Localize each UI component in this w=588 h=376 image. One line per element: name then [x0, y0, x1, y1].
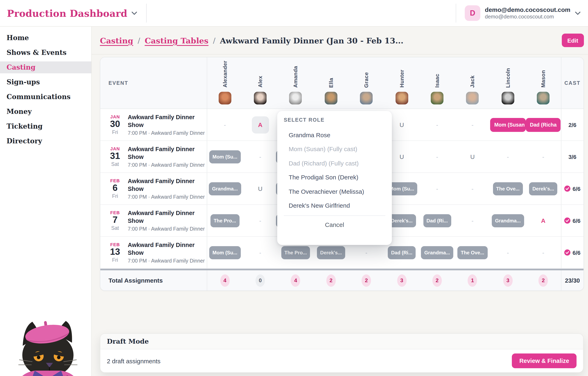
- assignment-cell[interactable]: -: [455, 109, 490, 140]
- assignment-cell[interactable]: Grandma...: [207, 173, 243, 204]
- performer-column-header[interactable]: Jack: [455, 57, 490, 108]
- assignment-cell[interactable]: Mom (Su...: [207, 237, 243, 268]
- event-month: JAN: [108, 115, 122, 119]
- assignment-cell[interactable]: -: [420, 141, 455, 172]
- cancel-button[interactable]: Cancel: [284, 216, 385, 233]
- performer-column-header[interactable]: Lincoln: [490, 57, 525, 108]
- event-month: JAN: [108, 146, 122, 151]
- assignment-cell[interactable]: -: [525, 141, 561, 172]
- performer-column-header[interactable]: Isaac: [420, 57, 455, 108]
- assignment-cell[interactable]: -: [420, 173, 455, 204]
- performer-column-header[interactable]: Hunter: [384, 57, 420, 108]
- event-day: 13: [108, 247, 122, 257]
- role-chip[interactable]: Derek's...: [529, 182, 557, 195]
- breadcrumb-link-casting[interactable]: Casting: [100, 36, 133, 45]
- edit-button[interactable]: Edit: [562, 33, 584, 47]
- performer-column-header[interactable]: Grace: [349, 57, 384, 108]
- assignment-cell[interactable]: Dad (Richa: [525, 109, 561, 140]
- event-title: Awkward Family Dinner Show: [128, 145, 195, 161]
- chevron-down-icon[interactable]: [131, 11, 137, 15]
- assignment-cell[interactable]: -: [455, 205, 490, 236]
- role-chip[interactable]: Mom (Su...: [209, 246, 241, 259]
- event-day: 6: [108, 183, 122, 193]
- total-badge: 3: [397, 274, 406, 287]
- event-title: Awkward Family Dinner Show: [128, 209, 195, 225]
- performer-column-header[interactable]: Alexander: [207, 57, 243, 108]
- unassigned-dash: -: [507, 153, 509, 160]
- sidebar-item-communications[interactable]: Communications: [0, 91, 91, 103]
- role-chip[interactable]: The Pro...: [210, 214, 239, 227]
- role-chip[interactable]: Derek's...: [388, 214, 416, 227]
- unassigned-dash: -: [472, 185, 473, 192]
- user-menu[interactable]: D demo@demo.cocoscout.com demo@demo.coco…: [456, 4, 588, 22]
- role-option[interactable]: Grandma Rose: [284, 128, 385, 142]
- draft-role-chip[interactable]: Mom (Susan: [490, 118, 525, 132]
- performer-name: Alexander: [222, 61, 228, 88]
- assignment-cell[interactable]: U: [455, 141, 490, 172]
- performer-column-header[interactable]: Alex: [243, 57, 278, 108]
- sidebar-item-directory[interactable]: Directory: [0, 135, 91, 147]
- role-chip[interactable]: Grandma...: [492, 214, 524, 227]
- unavailable-marker: U: [399, 121, 404, 128]
- draft-role-chip[interactable]: Dad (Richa: [526, 118, 561, 132]
- role-chip[interactable]: Mom (Su...: [209, 150, 241, 163]
- sidebar-item-sign-ups[interactable]: Sign-ups: [0, 76, 91, 88]
- assignment-cell[interactable]: The Ove...: [490, 173, 525, 204]
- role-chip[interactable]: The Pro...: [281, 246, 310, 259]
- assignment-cell[interactable]: -: [243, 205, 278, 236]
- sidebar-item-home[interactable]: Home: [0, 32, 91, 44]
- app-title[interactable]: Production Dashboard: [0, 8, 127, 19]
- assignment-cell[interactable]: The Ove...: [455, 237, 490, 268]
- totals-cell: 2: [313, 270, 349, 290]
- assignment-cell[interactable]: Derek's...: [525, 173, 561, 204]
- assignment-cell[interactable]: Grandma...: [490, 205, 525, 236]
- sidebar-item-casting[interactable]: Casting: [0, 61, 91, 73]
- role-chip[interactable]: Grandma...: [421, 246, 453, 259]
- performer-column-header[interactable]: Amanda: [278, 57, 314, 108]
- role-chip[interactable]: The Ove...: [458, 246, 488, 259]
- assignment-cell[interactable]: Mom (Su...: [207, 141, 243, 172]
- event-text: Awkward Family Dinner Show7:00 PM · Awkw…: [128, 241, 205, 264]
- assignment-cell[interactable]: -: [207, 109, 243, 140]
- role-chip[interactable]: The Ove...: [493, 182, 523, 195]
- performer-column-header[interactable]: Mason: [525, 57, 561, 108]
- assignment-cell[interactable]: Grandma...: [420, 237, 455, 268]
- assignment-cell[interactable]: A: [525, 205, 561, 236]
- assignment-cell[interactable]: -: [243, 141, 278, 172]
- role-option[interactable]: Derek's New Girlfriend: [284, 198, 385, 213]
- chevron-down-icon[interactable]: [575, 10, 581, 17]
- assignment-cell[interactable]: U: [243, 173, 278, 204]
- role-option[interactable]: The Prodigal Son (Derek): [284, 170, 385, 184]
- assignment-cell[interactable]: -: [420, 109, 455, 140]
- performer-avatar: [395, 92, 408, 105]
- available-cell-highlight: A: [252, 116, 269, 133]
- assignment-cell[interactable]: -: [490, 141, 525, 172]
- performer-avatar: [431, 92, 443, 105]
- role-chip[interactable]: Dad (Ri...: [423, 214, 451, 227]
- role-chip[interactable]: Grandma...: [209, 182, 241, 195]
- assignment-cell[interactable]: -: [455, 173, 490, 204]
- assignment-cell[interactable]: Mom (Susan: [490, 109, 525, 140]
- assignment-cell[interactable]: -: [525, 237, 561, 268]
- role-option[interactable]: The Overachiever (Melissa): [284, 184, 385, 198]
- review-finalize-button[interactable]: Review & Finalize: [512, 354, 577, 368]
- assignment-cell[interactable]: Dad (Ri...: [420, 205, 455, 236]
- assignment-cell[interactable]: -: [490, 237, 525, 268]
- sidebar-item-ticketing[interactable]: Ticketing: [0, 120, 91, 132]
- performer-column-header[interactable]: Ella: [313, 57, 349, 108]
- role-chip[interactable]: Dad (Ri...: [388, 246, 416, 259]
- totals-cell: 4: [278, 270, 314, 290]
- sidebar-item-money[interactable]: Money: [0, 106, 91, 118]
- assignment-cell[interactable]: The Pro...: [207, 205, 243, 236]
- breadcrumb-link-casting-tables[interactable]: Casting Tables: [145, 36, 209, 45]
- assignment-cell[interactable]: -: [243, 237, 278, 268]
- draft-mode-panel: Draft Mode 2 draft assignments Review & …: [100, 333, 584, 373]
- sidebar-item-shows-events[interactable]: Shows & Events: [0, 47, 91, 59]
- available-marker: A: [258, 121, 262, 128]
- totals-cell: 1: [455, 270, 490, 290]
- role-option: Mom (Susan) (Fully cast): [284, 142, 385, 156]
- performer-name: Hunter: [399, 70, 405, 88]
- event-weekday: Sat: [108, 161, 122, 167]
- assignment-cell[interactable]: A: [243, 109, 278, 140]
- role-chip[interactable]: Derek's...: [317, 246, 345, 259]
